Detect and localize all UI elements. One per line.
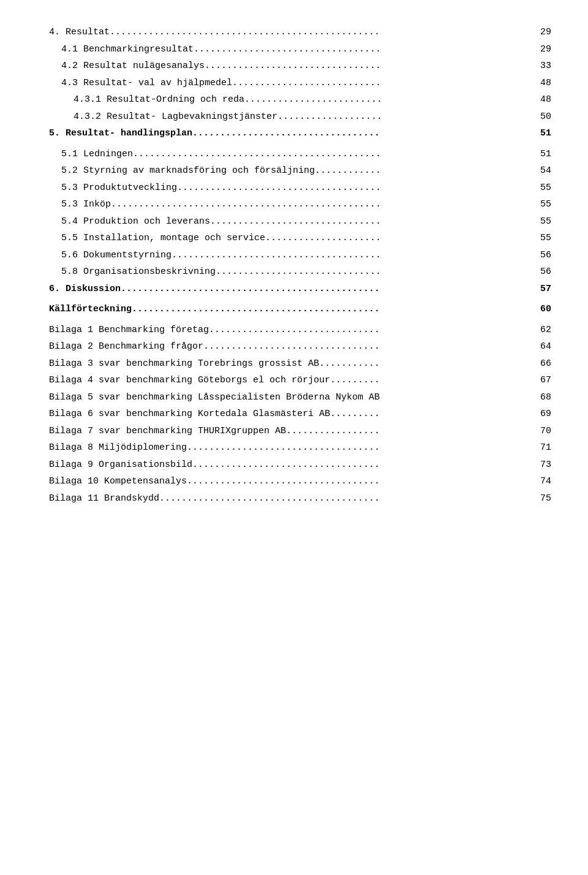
toc-entry-page: 55: [540, 214, 551, 230]
toc-entry: 5.8 Organisationsbeskrivning............…: [49, 264, 551, 280]
toc-entry-page: 66: [540, 356, 551, 372]
toc-entry-page: 75: [540, 491, 551, 507]
toc-entry: 5.5 Installation, montage och service...…: [49, 230, 551, 246]
toc-entry-text: 5.4 Produktion och leverans.............…: [49, 214, 538, 230]
toc-entry: 5.3 Inköp...............................…: [49, 197, 551, 213]
toc-entry-page: 71: [540, 440, 551, 456]
toc-entry: 5.1 Ledningen...........................…: [49, 146, 551, 162]
toc-entry-text: Bilaga 8 Miljödiplomering...............…: [49, 440, 538, 456]
toc-entry-page: 57: [540, 281, 551, 297]
toc-entry-page: 56: [540, 264, 551, 280]
toc-entry: 4. Resultat.............................…: [49, 25, 551, 40]
toc-entry-page: 62: [540, 322, 551, 338]
toc-entry-text: 4.3 Resultat- val av hjälpmedel.........…: [49, 75, 538, 91]
table-of-contents: 4. Resultat.............................…: [49, 25, 551, 511]
toc-entry-text: 4.3.2 Resultat- Lagbevakningstjänster...…: [49, 109, 538, 125]
toc-entry-text: Bilaga 3 svar benchmarking Torebrings gr…: [49, 356, 538, 372]
toc-entry-text: 4.1 Benchmarkingresultat................…: [49, 42, 538, 58]
toc-entry: 5.4 Produktion och leverans.............…: [49, 214, 551, 230]
toc-entry-text: 5.1 Ledningen...........................…: [49, 146, 538, 162]
toc-entry-text: 5.6 Dokumentstyrning....................…: [49, 248, 538, 263]
toc-entry-text: 6. Diskussion...........................…: [49, 281, 538, 297]
toc-entry: 4.3 Resultat- val av hjälpmedel.........…: [49, 75, 551, 91]
toc-entry-text: Bilaga 6 svar benchmarking Kortedala Gla…: [49, 406, 538, 422]
toc-entry-text: 5. Resultat- handlingsplan..............…: [49, 126, 538, 142]
toc-entry-text: Bilaga 1 Benchmarking företag...........…: [49, 322, 538, 338]
toc-entry-text: 5.2 Styrning av marknadsföring och försä…: [49, 163, 538, 179]
toc-entry-text: 5.8 Organisationsbeskrivning............…: [49, 264, 538, 280]
toc-entry-page: 33: [540, 58, 551, 74]
toc-entry-page: 67: [540, 373, 551, 388]
toc-entry: 5.6 Dokumentstyrning....................…: [49, 248, 551, 263]
toc-entry-text: Bilaga 10 Kompetensanalys...............…: [49, 474, 538, 490]
toc-entry-page: 55: [540, 230, 551, 246]
toc-entry-page: 69: [540, 406, 551, 422]
toc-entry: Bilaga 5 svar benchmarking Låsspecialist…: [49, 390, 551, 406]
toc-entry: 5. Resultat- handlingsplan..............…: [49, 126, 551, 142]
toc-entry-page: 51: [540, 146, 551, 162]
toc-entry: 4.1 Benchmarkingresultat................…: [49, 42, 551, 58]
toc-entry: Bilaga 9 Organisationsbild..............…: [49, 457, 551, 473]
toc-entry-page: 64: [540, 339, 551, 355]
toc-entry-text: Källförteckning.........................…: [49, 301, 538, 317]
toc-entry: Bilaga 2 Benchmarking frågor............…: [49, 339, 551, 355]
toc-entry-text: Bilaga 7 svar benchmarking THURIXgruppen…: [49, 423, 538, 439]
toc-entry: Källförteckning.........................…: [49, 301, 551, 317]
toc-entry-page: 29: [540, 25, 551, 40]
toc-entry-page: 48: [540, 75, 551, 91]
toc-entry: 4.3.2 Resultat- Lagbevakningstjänster...…: [49, 109, 551, 125]
toc-entry: Bilaga 4 svar benchmarking Göteborgs el …: [49, 373, 551, 388]
toc-entry-page: 54: [540, 163, 551, 179]
toc-entry-page: 56: [540, 248, 551, 263]
toc-entry: 5.2 Styrning av marknadsföring och försä…: [49, 163, 551, 179]
toc-entry-text: Bilaga 5 svar benchmarking Låsspecialist…: [49, 390, 538, 406]
toc-entry: Bilaga 3 svar benchmarking Torebrings gr…: [49, 356, 551, 372]
toc-entry-page: 29: [540, 42, 551, 58]
toc-entry: 6. Diskussion...........................…: [49, 281, 551, 297]
toc-entry-page: 74: [540, 474, 551, 490]
toc-entry-page: 51: [540, 126, 551, 142]
toc-entry-page: 55: [540, 197, 551, 213]
toc-entry-text: 4.3.1 Resultat-Ordning och reda.........…: [49, 92, 538, 108]
toc-entry-page: 60: [540, 301, 551, 317]
toc-entry: Bilaga 10 Kompetensanalys...............…: [49, 474, 551, 490]
toc-entry-text: 4. Resultat.............................…: [49, 25, 538, 40]
toc-entry: Bilaga 8 Miljödiplomering...............…: [49, 440, 551, 456]
toc-entry-text: 5.3 Inköp...............................…: [49, 197, 538, 213]
toc-entry-text: Bilaga 11 Brandskydd....................…: [49, 491, 538, 507]
toc-entry-page: 73: [540, 457, 551, 473]
toc-entry-page: 55: [540, 180, 551, 196]
toc-entry-text: Bilaga 4 svar benchmarking Göteborgs el …: [49, 373, 538, 388]
toc-entry-text: 4.2 Resultat nulägesanalys..............…: [49, 58, 538, 74]
toc-entry-page: 50: [540, 109, 551, 125]
toc-entry: Bilaga 11 Brandskydd....................…: [49, 491, 551, 507]
toc-entry-page: 68: [540, 390, 551, 406]
toc-entry-text: 5.3 Produktutveckling...................…: [49, 180, 538, 196]
toc-entry: Bilaga 1 Benchmarking företag...........…: [49, 322, 551, 338]
toc-entry-page: 70: [540, 423, 551, 439]
toc-entry: 5.3 Produktutveckling...................…: [49, 180, 551, 196]
toc-entry: 4.3.1 Resultat-Ordning och reda.........…: [49, 92, 551, 108]
toc-entry-text: Bilaga 9 Organisationsbild..............…: [49, 457, 538, 473]
toc-entry: 4.2 Resultat nulägesanalys..............…: [49, 58, 551, 74]
toc-entry-page: 48: [540, 92, 551, 108]
toc-entry-text: 5.5 Installation, montage och service...…: [49, 230, 538, 246]
toc-entry: Bilaga 6 svar benchmarking Kortedala Gla…: [49, 406, 551, 422]
toc-entry: Bilaga 7 svar benchmarking THURIXgruppen…: [49, 423, 551, 439]
toc-entry-text: Bilaga 2 Benchmarking frågor............…: [49, 339, 538, 355]
